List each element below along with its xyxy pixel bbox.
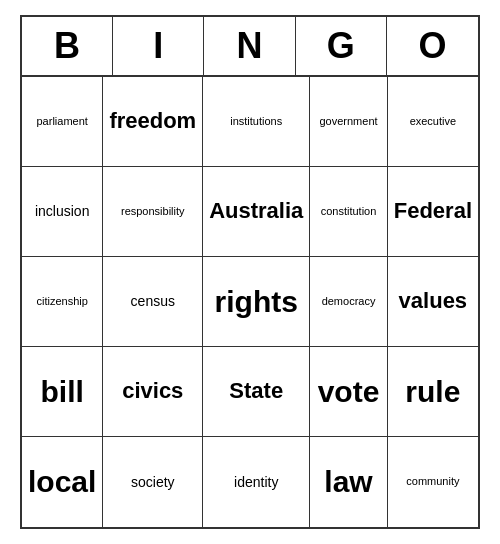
bingo-cell: institutions (203, 77, 310, 167)
bingo-cell: society (103, 437, 203, 527)
bingo-header: BINGO (22, 17, 478, 77)
bingo-grid: parliamentfreedominstitutionsgovernmente… (22, 77, 478, 527)
cell-text: civics (122, 378, 183, 404)
bingo-cell: citizenship (22, 257, 103, 347)
cell-text: State (229, 378, 283, 404)
cell-text: bill (41, 374, 84, 410)
cell-text: Australia (209, 198, 303, 224)
bingo-cell: rule (388, 347, 478, 437)
bingo-cell: identity (203, 437, 310, 527)
bingo-cell: parliament (22, 77, 103, 167)
bingo-cell: Federal (388, 167, 478, 257)
bingo-cell: Australia (203, 167, 310, 257)
cell-text: values (399, 288, 468, 314)
cell-text: citizenship (37, 295, 88, 308)
bingo-cell: freedom (103, 77, 203, 167)
cell-text: executive (410, 115, 456, 128)
cell-text: freedom (109, 108, 196, 134)
bingo-cell: responsibility (103, 167, 203, 257)
bingo-cell: values (388, 257, 478, 347)
cell-text: responsibility (121, 205, 185, 218)
cell-text: democracy (322, 295, 376, 308)
bingo-cell: government (310, 77, 387, 167)
cell-text: community (406, 475, 459, 488)
cell-text: census (131, 293, 175, 310)
cell-text: law (324, 464, 372, 500)
cell-text: constitution (321, 205, 377, 218)
bingo-cell: community (388, 437, 478, 527)
cell-text: rule (405, 374, 460, 410)
cell-text: institutions (230, 115, 282, 128)
header-letter: N (204, 17, 295, 75)
cell-text: local (28, 464, 96, 500)
cell-text: society (131, 474, 175, 491)
header-letter: I (113, 17, 204, 75)
cell-text: inclusion (35, 203, 89, 220)
bingo-cell: rights (203, 257, 310, 347)
bingo-cell: inclusion (22, 167, 103, 257)
bingo-card: BINGO parliamentfreedominstitutionsgover… (20, 15, 480, 529)
bingo-cell: law (310, 437, 387, 527)
bingo-cell: vote (310, 347, 387, 437)
bingo-cell: executive (388, 77, 478, 167)
cell-text: vote (318, 374, 380, 410)
bingo-cell: census (103, 257, 203, 347)
cell-text: government (319, 115, 377, 128)
bingo-cell: democracy (310, 257, 387, 347)
header-letter: G (296, 17, 387, 75)
bingo-cell: civics (103, 347, 203, 437)
cell-text: rights (215, 284, 298, 320)
bingo-cell: bill (22, 347, 103, 437)
cell-text: Federal (394, 198, 472, 224)
bingo-cell: local (22, 437, 103, 527)
header-letter: B (22, 17, 113, 75)
bingo-cell: State (203, 347, 310, 437)
cell-text: identity (234, 474, 278, 491)
header-letter: O (387, 17, 478, 75)
bingo-cell: constitution (310, 167, 387, 257)
cell-text: parliament (37, 115, 88, 128)
